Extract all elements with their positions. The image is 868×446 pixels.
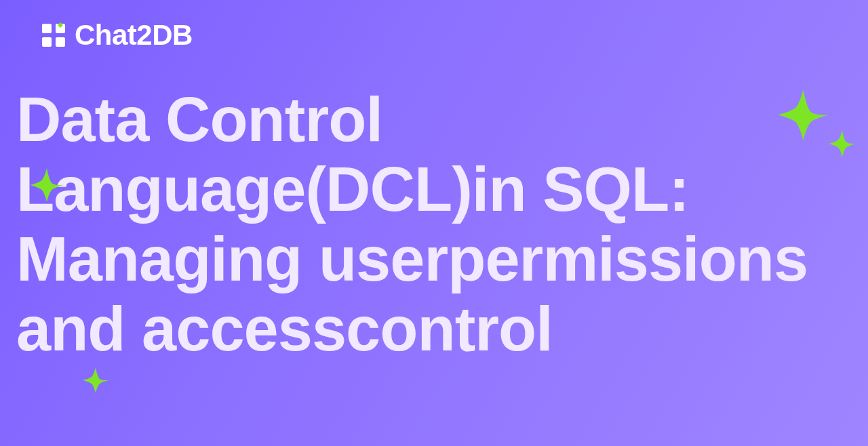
sparkle-icon <box>30 168 64 202</box>
sparkle-icon <box>778 89 829 140</box>
sparkle-icon <box>829 130 856 157</box>
page-heading: Data Control Language(DCL)in SQL: Managi… <box>16 85 827 364</box>
svg-rect-0 <box>42 24 52 33</box>
svg-rect-2 <box>42 37 52 47</box>
brand-name: Chat2DB <box>75 19 193 52</box>
sparkle-icon <box>83 367 108 393</box>
brand-logo: Chat2DB <box>41 19 193 52</box>
brand-logo-icon <box>41 22 66 48</box>
svg-rect-3 <box>56 37 65 47</box>
